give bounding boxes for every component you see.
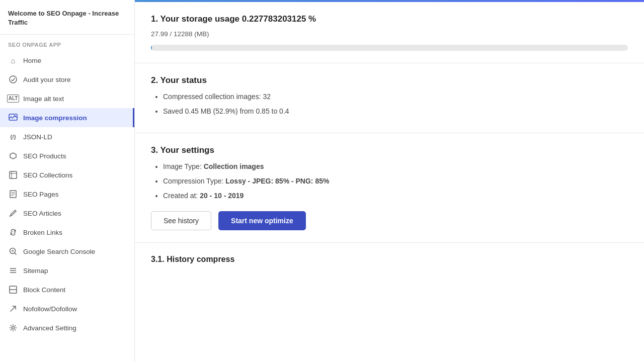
sidebar-item-label: Block Content xyxy=(23,286,65,294)
history-title: 3.1. History compress xyxy=(151,255,628,264)
main-content: 1. Your storage usage 0.227783203125 % 2… xyxy=(135,0,644,362)
sidebar-item-advanced[interactable]: Advanced Setting xyxy=(0,318,134,337)
sidebar-item-google-search[interactable]: Google Search Console xyxy=(0,242,134,261)
svg-rect-3 xyxy=(10,171,17,178)
storage-section: 1. Your storage usage 0.227783203125 % 2… xyxy=(135,2,644,63)
sidebar-item-block-content[interactable]: Block Content xyxy=(0,280,134,299)
sidebar-item-seo-pages[interactable]: SEO Pages xyxy=(0,185,134,204)
seo-articles-icon xyxy=(8,208,18,218)
seo-collections-icon xyxy=(8,170,18,180)
sidebar-title: Welcome to SEO Onpage - Increase Traffic xyxy=(8,9,126,27)
compression-type-value: Lossy - JPEG: 85% - PNG: 85% xyxy=(225,177,329,185)
settings-created-at: Created at: 20 - 10 - 2019 xyxy=(163,191,628,201)
see-history-button[interactable]: See history xyxy=(151,211,211,230)
status-section: 2. Your status Compressed collection ima… xyxy=(135,63,644,133)
sidebar-item-alt[interactable]: ALT Image alt text xyxy=(0,89,134,108)
sidebar-item-label: Image compression xyxy=(23,114,87,122)
sidebar-item-broken-links[interactable]: Broken Links xyxy=(0,223,134,242)
start-optimize-button[interactable]: Start new optimize xyxy=(218,211,306,230)
broken-links-icon xyxy=(8,227,18,237)
sidebar-item-seo-products[interactable]: SEO Products xyxy=(0,146,134,165)
settings-section: 3. Your settings Image Type: Collection … xyxy=(135,133,644,243)
sidebar-item-json-ld[interactable]: {/} JSON-LD xyxy=(0,127,134,146)
home-icon xyxy=(8,55,18,65)
svg-line-11 xyxy=(15,253,17,255)
image-type-value: Collection images xyxy=(204,162,264,170)
compression-type-label: Compression Type: xyxy=(163,177,225,185)
sidebar-item-nofollow[interactable]: Nofollow/Dofollow xyxy=(0,299,134,318)
created-at-value: 20 - 10 - 2019 xyxy=(200,192,244,200)
sidebar-item-label: Google Search Console xyxy=(23,248,95,255)
sidebar-item-label: Advanced Setting xyxy=(23,324,76,332)
sidebar: Welcome to SEO Onpage - Increase Traffic… xyxy=(0,0,135,362)
json-ld-icon: {/} xyxy=(8,132,18,142)
status-list: Compressed collection images: 32 Saved 0… xyxy=(151,92,628,117)
sidebar-item-label: SEO Pages xyxy=(23,191,59,198)
image-compression-icon xyxy=(8,113,18,123)
sidebar-item-sitemap[interactable]: Sitemap xyxy=(0,261,134,280)
storage-title: 1. Your storage usage 0.227783203125 % xyxy=(151,14,628,24)
sidebar-section-label: SEO ONPAGE APP xyxy=(0,35,134,51)
settings-image-type: Image Type: Collection images xyxy=(163,161,628,172)
google-search-icon xyxy=(8,246,18,256)
sidebar-item-home[interactable]: Home xyxy=(0,51,134,70)
seo-products-icon xyxy=(8,151,18,161)
alt-icon: ALT xyxy=(8,94,18,104)
svg-point-2 xyxy=(15,116,16,117)
storage-progress-bar-bg xyxy=(151,45,628,51)
button-row: See history Start new optimize xyxy=(151,211,628,230)
created-at-label: Created at: xyxy=(163,192,200,200)
block-content-icon xyxy=(8,285,18,295)
sidebar-item-label: Nofollow/Dofollow xyxy=(23,305,77,313)
sidebar-item-audit[interactable]: Audit your store xyxy=(0,70,134,89)
status-title: 2. Your status xyxy=(151,75,628,85)
sitemap-icon xyxy=(8,265,18,276)
sidebar-item-label: JSON-LD xyxy=(23,133,52,141)
status-item-1: Compressed collection images: 32 xyxy=(163,92,628,102)
sidebar-item-label: SEO Collections xyxy=(23,171,72,179)
settings-list: Image Type: Collection images Compressio… xyxy=(151,161,628,201)
image-type-label: Image Type: xyxy=(163,162,204,170)
settings-compression-type: Compression Type: Lossy - JPEG: 85% - PN… xyxy=(163,176,628,187)
sidebar-item-compression[interactable]: Image compression xyxy=(0,108,134,127)
svg-point-0 xyxy=(10,76,17,83)
sidebar-item-label: SEO Articles xyxy=(23,210,61,217)
sidebar-item-label: Home xyxy=(23,57,41,64)
storage-info: 27.99 / 12288 (MB) xyxy=(151,30,628,38)
svg-point-19 xyxy=(12,327,15,329)
storage-progress-bar-fill xyxy=(151,45,152,51)
gear-icon xyxy=(8,323,18,333)
sidebar-item-seo-articles[interactable]: SEO Articles xyxy=(0,204,134,223)
history-section: 3.1. History compress xyxy=(135,243,644,276)
sidebar-item-label: SEO Products xyxy=(23,152,66,160)
settings-title: 3. Your settings xyxy=(151,145,628,155)
sidebar-item-seo-collections[interactable]: SEO Collections xyxy=(0,165,134,185)
status-item-2: Saved 0.45 MB (52.9%) from 0.85 to 0.4 xyxy=(163,106,628,117)
sidebar-item-label: Image alt text xyxy=(23,95,64,103)
sidebar-item-label: Audit your store xyxy=(23,76,71,83)
sidebar-header: Welcome to SEO Onpage - Increase Traffic xyxy=(0,0,134,35)
nofollow-icon xyxy=(8,304,18,314)
seo-pages-icon xyxy=(8,189,18,199)
sidebar-item-label: Sitemap xyxy=(23,267,48,275)
audit-icon xyxy=(8,74,18,84)
sidebar-item-label: Broken Links xyxy=(23,229,62,236)
